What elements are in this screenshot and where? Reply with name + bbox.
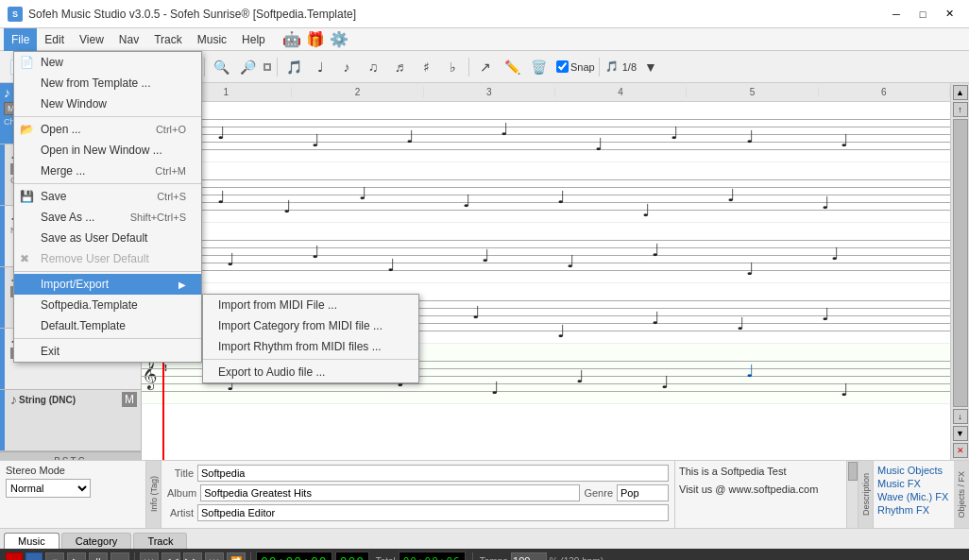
import-export-label: Import/Export [41,278,109,291]
submenu-sep-1 [203,359,418,360]
file-menu: 📄 New New from Template ... New Window 📂… [13,51,202,363]
menu-save-default[interactable]: Save as User Default [14,228,201,248]
menu-new-window[interactable]: New Window [14,93,201,114]
import-rhythm-label: Import Rhythm from MIDI files ... [218,340,382,353]
menu-open[interactable]: 📂 Open ... Ctrl+O [14,119,201,140]
save-default-label: Save as User Default [41,231,147,245]
save-icon: 💾 [20,190,34,203]
save-shortcut: Ctrl+S [157,191,186,202]
menu-save-as[interactable]: Save As ... Shift+Ctrl+S [14,207,201,228]
import-category-label: Import Category from MIDI file ... [218,319,382,332]
menu-new-template[interactable]: New from Template ... [14,73,201,93]
import-midi-label: Import from MIDI File ... [218,298,337,312]
open-shortcut: Ctrl+O [156,124,186,135]
remove-default-label: Remove User Default [41,252,149,265]
menu-default-template[interactable]: Default.Template [14,315,201,336]
default-template-label: Default.Template [41,319,126,332]
merge-label: Merge ... [41,164,85,178]
open-label: Open ... [41,123,81,136]
new-window-label: New Window [41,97,107,110]
export-audio-label: Export to Audio file ... [218,365,325,379]
import-midi-btn[interactable]: Import from MIDI File ... [203,295,418,315]
menu-save[interactable]: 💾 Save Ctrl+S [14,186,201,207]
file-menu-sep-4 [14,338,201,339]
menu-softpedia-template[interactable]: Softpedia.Template [14,295,201,315]
new-template-label: New from Template ... [41,76,150,90]
import-rhythm-btn[interactable]: Import Rhythm from MIDI files ... [203,336,418,357]
new-icon: 📄 [20,56,34,69]
import-export-submenu: Import from MIDI File ... Import Categor… [202,294,419,383]
open-new-label: Open in New Window ... [41,144,162,157]
menu-exit[interactable]: Exit [14,341,201,362]
file-menu-sep-3 [14,271,201,272]
menu-new[interactable]: 📄 New [14,52,201,73]
file-menu-sep-2 [14,183,201,184]
menu-remove-default: ✖ Remove User Default [14,248,201,269]
menu-merge[interactable]: Merge ... Ctrl+M [14,161,201,181]
export-audio-btn[interactable]: Export to Audio file ... [203,362,418,382]
menu-open-new[interactable]: Open in New Window ... [14,140,201,161]
import-export-arrow: ▶ [178,280,186,290]
open-icon: 📂 [20,123,34,136]
save-as-label: Save As ... [41,211,94,224]
remove-icon: ✖ [20,252,29,265]
softpedia-template-label: Softpedia.Template [41,298,138,312]
merge-shortcut: Ctrl+M [155,165,186,177]
file-menu-sep-1 [14,116,201,117]
menu-import-export[interactable]: Import/Export ▶ [14,274,201,295]
save-as-shortcut: Shift+Ctrl+S [130,212,186,223]
save-label: Save [41,190,66,203]
new-label: New [41,56,63,69]
exit-label: Exit [41,345,60,358]
import-category-btn[interactable]: Import Category from MIDI file ... [203,315,418,336]
